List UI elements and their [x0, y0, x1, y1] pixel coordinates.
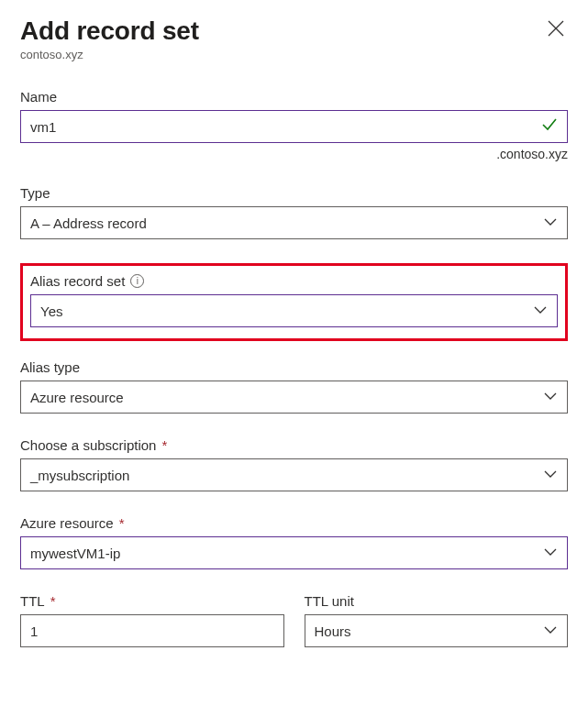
azure-resource-value: mywestVM1-ip: [30, 546, 120, 561]
required-marker: *: [119, 515, 125, 531]
subscription-label: Choose a subscription: [20, 437, 156, 453]
ttl-unit-value: Hours: [315, 623, 351, 639]
chevron-down-icon: [543, 623, 558, 640]
page-subtitle: contoso.xyz: [20, 48, 199, 61]
required-marker: *: [161, 437, 167, 453]
subscription-select[interactable]: _mysubscription: [20, 458, 568, 491]
type-select[interactable]: A – Address record: [20, 206, 568, 239]
chevron-down-icon: [543, 389, 558, 406]
close-button[interactable]: [544, 17, 568, 43]
azure-resource-select[interactable]: mywestVM1-ip: [20, 536, 568, 569]
name-suffix: .contoso.xyz: [20, 147, 568, 161]
chevron-down-icon: [543, 467, 558, 484]
required-marker: *: [50, 593, 56, 609]
ttl-unit-label: TTL unit: [305, 593, 569, 609]
checkmark-icon: [540, 116, 559, 138]
ttl-label: TTL: [20, 593, 45, 609]
page-title: Add record set: [20, 17, 199, 46]
alias-record-set-select[interactable]: Yes: [30, 294, 558, 327]
chevron-down-icon: [533, 303, 548, 320]
alias-type-select[interactable]: Azure resource: [20, 381, 568, 414]
alias-type-label: Alias type: [20, 359, 568, 375]
type-label: Type: [20, 185, 568, 201]
info-icon[interactable]: i: [130, 274, 144, 288]
azure-resource-label: Azure resource: [20, 515, 114, 531]
close-icon: [548, 26, 564, 39]
ttl-unit-select[interactable]: Hours: [305, 614, 569, 647]
name-input[interactable]: [20, 110, 568, 143]
alias-type-value: Azure resource: [30, 390, 124, 405]
alias-record-set-label: Alias record set: [30, 273, 125, 289]
chevron-down-icon: [543, 215, 558, 232]
name-label: Name: [20, 89, 568, 105]
chevron-down-icon: [543, 545, 558, 562]
alias-record-set-value: Yes: [40, 303, 62, 319]
ttl-input[interactable]: [20, 614, 284, 647]
subscription-value: _mysubscription: [30, 468, 129, 483]
type-value: A – Address record: [30, 215, 147, 231]
alias-record-set-highlight: Alias record set i Yes: [20, 263, 568, 341]
